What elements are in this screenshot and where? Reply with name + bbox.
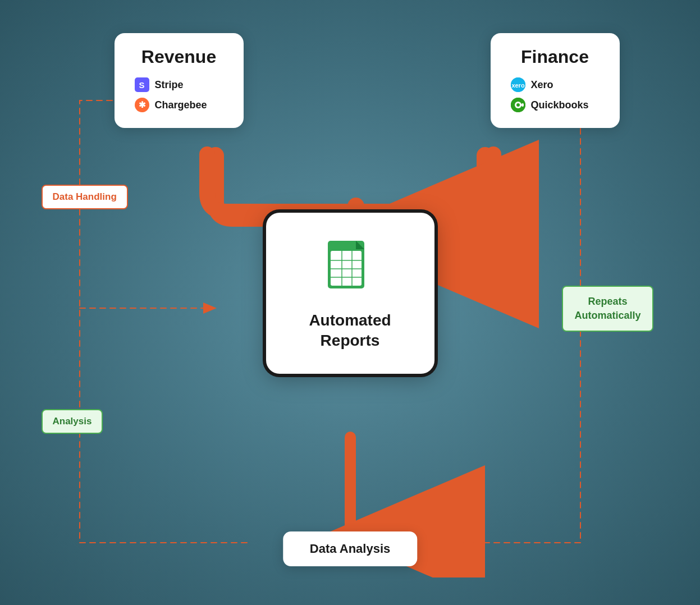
automated-reports-card: AutomatedReports [266, 213, 434, 374]
quickbooks-item: Quickbooks [511, 98, 600, 112]
analysis-label: Analysis [42, 409, 103, 434]
automated-reports-title: AutomatedReports [300, 310, 401, 351]
svg-rect-9 [521, 103, 524, 107]
finance-card: Finance xero Xero Quickbooks [491, 33, 620, 128]
analysis-text: Analysis [53, 416, 92, 427]
repeats-automatically-text: RepeatsAutomatically [574, 296, 640, 321]
svg-text:xero: xero [511, 82, 525, 89]
xero-item: xero Xero [511, 77, 600, 92]
stripe-icon: S [135, 77, 149, 92]
revenue-title: Revenue [135, 47, 223, 67]
data-handling-text: Data Handling [53, 191, 117, 202]
quickbooks-label: Quickbooks [531, 99, 589, 111]
svg-point-8 [516, 103, 520, 107]
data-analysis-card: Data Analysis [283, 531, 417, 566]
stripe-item: S Stripe [135, 77, 223, 92]
diagram-container: Revenue S Stripe ✱ Chargebee Finance xer… [42, 27, 659, 578]
quickbooks-icon [511, 98, 525, 112]
chargebee-icon: ✱ [135, 98, 149, 112]
google-sheets-icon [300, 235, 401, 299]
chargebee-item: ✱ Chargebee [135, 98, 223, 112]
finance-title: Finance [511, 47, 600, 67]
xero-icon: xero [511, 77, 525, 92]
xero-label: Xero [531, 79, 553, 91]
data-handling-label: Data Handling [42, 185, 128, 209]
chargebee-label: Chargebee [155, 99, 207, 111]
revenue-card: Revenue S Stripe ✱ Chargebee [115, 33, 244, 128]
stripe-label: Stripe [155, 79, 184, 91]
svg-rect-12 [331, 251, 362, 286]
repeats-automatically-label: RepeatsAutomatically [562, 286, 653, 332]
data-analysis-title: Data Analysis [310, 542, 390, 556]
svg-text:✱: ✱ [138, 100, 145, 109]
